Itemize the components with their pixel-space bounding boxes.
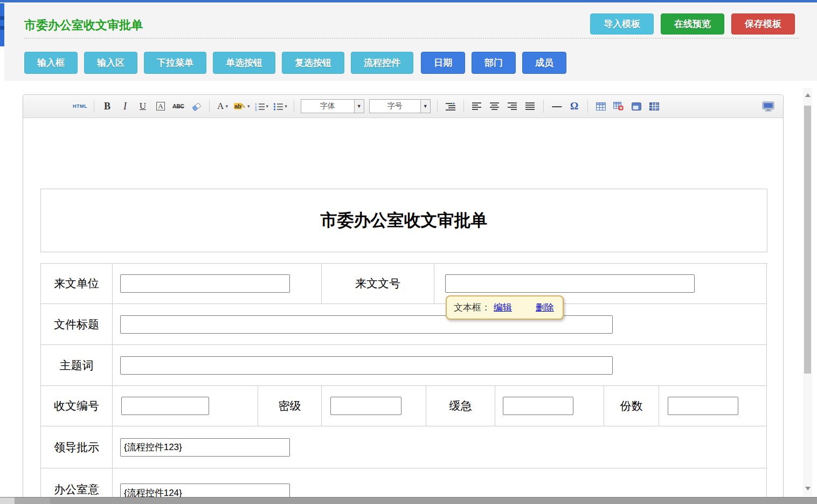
cell-doc-title: [113, 304, 767, 345]
insert-radio-button[interactable]: 单选按钮: [213, 52, 275, 74]
html-source-icon[interactable]: HTML: [73, 99, 87, 113]
window-left-strip: [0, 3, 4, 46]
insert-table-icon[interactable]: [594, 99, 607, 113]
chevron-down-icon: ▼: [354, 100, 364, 113]
cell-source-unit: [113, 264, 322, 304]
table-row: 领导批示: [41, 426, 767, 468]
leader-comments-flow-control-input[interactable]: [120, 438, 290, 457]
remove-format-eraser-icon[interactable]: [190, 99, 203, 113]
scroll-up-arrow-icon[interactable]: [805, 93, 811, 97]
table-props-icon[interactable]: [648, 99, 661, 113]
control-palette: 输入框 输入区 下拉菜单 单选按钮 复选按钮 流程控件 日期 部门 成员: [24, 52, 566, 74]
align-right-icon[interactable]: [506, 99, 519, 113]
tooltip-label: 文本框：: [454, 301, 490, 314]
cell-copies: [659, 386, 767, 426]
bottom-bar-segment: [15, 498, 50, 504]
label-keywords: 主题词: [41, 345, 113, 386]
fullscreen-icon[interactable]: [761, 99, 774, 113]
label-urgency: 缓急: [426, 386, 495, 426]
label-leader-comments: 领导批示: [41, 426, 113, 468]
cell-keywords: [113, 345, 767, 386]
left-strip-mark: [0, 16, 4, 20]
edit-link[interactable]: 编辑: [494, 301, 512, 314]
toolbar-separator: [294, 100, 294, 113]
table-cell-props-icon[interactable]: [630, 99, 643, 113]
ordered-list-icon[interactable]: 123▾: [255, 99, 269, 113]
font-color-icon[interactable]: A▾: [216, 99, 229, 113]
label-source-unit: 来文单位: [41, 264, 113, 304]
cell-leader-comments: [113, 426, 767, 468]
toolbar-separator: [463, 100, 464, 113]
template-editor-page: 市委办公室收文审批单 导入模板 在线预览 保存模板 输入框 输入区 下拉菜单 单…: [0, 0, 817, 504]
online-preview-button[interactable]: 在线预览: [661, 13, 724, 34]
underline-icon[interactable]: U: [136, 99, 149, 113]
doc-number-input[interactable]: [445, 274, 695, 293]
bold-icon[interactable]: B: [101, 99, 114, 113]
insert-flowcontrol-button[interactable]: 流程控件: [351, 52, 413, 74]
strikethrough-icon[interactable]: ABC: [172, 99, 185, 113]
horizontal-rule-icon[interactable]: —: [550, 99, 563, 113]
dotted-divider: [24, 38, 799, 39]
align-center-icon[interactable]: [488, 99, 501, 113]
cell-urgency: [495, 386, 604, 426]
urgency-input[interactable]: [503, 397, 573, 415]
import-template-button[interactable]: 导入模板: [590, 13, 654, 34]
editor-toolbar: HTML B I U A ABC A▾ ab✎▾ 123▾ ▾: [23, 95, 783, 118]
label-doc-title: 文件标题: [41, 304, 113, 345]
save-template-button[interactable]: 保存模板: [731, 13, 795, 34]
italic-icon[interactable]: I: [119, 99, 131, 113]
cell-receipt-number: [113, 386, 258, 426]
indent-icon[interactable]: [444, 99, 457, 113]
align-left-icon[interactable]: [470, 99, 483, 113]
table-row: 文件标题: [41, 304, 767, 345]
cell-security-level: [322, 386, 426, 426]
insert-date-button[interactable]: 日期: [421, 52, 465, 74]
toolbar-separator: [209, 100, 210, 113]
table-row: 主题词: [41, 345, 767, 386]
copies-input[interactable]: [668, 397, 738, 415]
vertical-scrollbar[interactable]: [803, 88, 812, 496]
table-row: 来文单位 来文文号: [41, 264, 767, 304]
textbox-context-tooltip: 文本框： 编辑 删除: [446, 295, 564, 320]
toolbar-separator: [587, 100, 588, 113]
insert-inputbox-button[interactable]: 输入框: [24, 52, 78, 74]
security-level-input[interactable]: [330, 397, 401, 415]
bottom-bar: [0, 497, 817, 504]
font-family-select[interactable]: 字体▼: [301, 99, 364, 113]
form-title-cell: 市委办公室收文审批单: [40, 189, 767, 252]
page-title: 市委办公室收文审批单: [24, 17, 143, 33]
chevron-down-icon: ▼: [420, 100, 430, 113]
special-char-icon[interactable]: Ω: [568, 99, 581, 113]
delete-table-icon[interactable]: [612, 99, 625, 113]
font-size-select[interactable]: 字号▼: [369, 99, 431, 113]
insert-dropdown-button[interactable]: 下拉菜单: [144, 52, 206, 74]
scroll-down-arrow-icon[interactable]: [805, 487, 811, 491]
window-top-bar: [0, 0, 817, 3]
toolbar-separator: [543, 100, 544, 113]
delete-link[interactable]: 删除: [536, 301, 554, 314]
insert-department-button[interactable]: 部门: [472, 52, 516, 74]
insert-textarea-button[interactable]: 输入区: [84, 52, 137, 74]
keywords-input[interactable]: [120, 356, 613, 375]
receipt-number-input[interactable]: [121, 397, 209, 415]
form-title: 市委办公室收文审批单: [321, 209, 488, 232]
header: 市委办公室收文审批单 导入模板 在线预览 保存模板 输入框 输入区 下拉菜单 单…: [4, 3, 817, 81]
template-actions: 导入模板 在线预览 保存模板: [590, 13, 795, 34]
insert-checkbox-button[interactable]: 复选按钮: [282, 52, 344, 74]
insert-member-button[interactable]: 成员: [522, 52, 566, 74]
label-copies: 份数: [604, 386, 659, 426]
align-justify-icon[interactable]: [524, 99, 537, 113]
boxed-a-icon[interactable]: A: [156, 102, 164, 111]
left-strip-mark: [0, 26, 4, 30]
label-doc-number: 来文文号: [322, 264, 434, 304]
highlight-color-icon[interactable]: ab✎▾: [234, 99, 250, 113]
form-table: 来文单位 来文文号 文件标题 主题词 收文编号: [40, 263, 767, 504]
source-unit-input[interactable]: [120, 274, 290, 293]
label-security-level: 密级: [258, 386, 322, 426]
toolbar-separator: [94, 100, 94, 113]
unordered-list-icon[interactable]: ▾: [273, 99, 287, 113]
scrollbar-thumb[interactable]: [804, 106, 811, 374]
table-row: 收文编号 密级 缓急 份数: [41, 386, 767, 426]
scrollbar-corner: [0, 498, 15, 504]
toolbar-separator: [437, 100, 438, 113]
